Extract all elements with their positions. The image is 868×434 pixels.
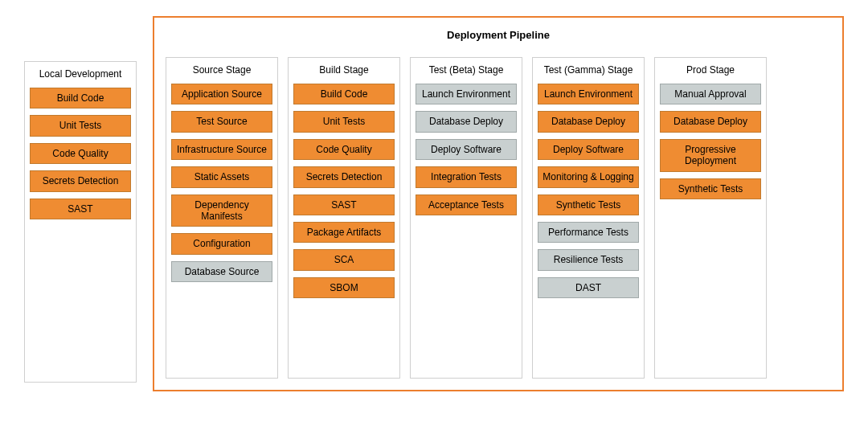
step: Monitoring & Logging [538, 166, 639, 187]
step: Progressive Deployment [660, 139, 761, 172]
step: Code Quality [30, 143, 131, 164]
step: Launch Environment [416, 84, 517, 104]
step: Static Assets [171, 166, 272, 187]
step: DAST [538, 277, 639, 298]
step: SBOM [293, 277, 395, 298]
stage-title: Test (Gamma) Stage [538, 64, 639, 76]
step: Database Deploy [538, 111, 639, 132]
stage-steps: Build CodeUnit TestsCode QualitySecrets … [30, 88, 131, 219]
step: Deploy Software [416, 139, 517, 160]
step: SAST [293, 194, 395, 215]
step: Synthetic Tests [660, 178, 761, 199]
step: Unit Tests [30, 115, 131, 136]
stage: Prod StageManual ApprovalDatabase Deploy… [654, 57, 767, 379]
step: Build Code [293, 84, 395, 104]
stage: Test (Gamma) StageLaunch EnvironmentData… [532, 57, 645, 379]
step: Infrastructure Source [171, 139, 272, 160]
pipeline-columns: Source StageApplication SourceTest Sourc… [166, 57, 831, 379]
stage-local-development: Local Development Build CodeUnit TestsCo… [24, 61, 137, 383]
step: Test Source [171, 111, 272, 132]
step: Manual Approval [660, 84, 761, 104]
diagram-root: Local Development Build CodeUnit TestsCo… [24, 16, 844, 391]
step: Build Code [30, 88, 131, 108]
step: SAST [30, 199, 131, 219]
step: SCA [293, 249, 395, 270]
step: Dependency Manifests [171, 194, 272, 227]
stage-title: Source Stage [171, 64, 272, 76]
deployment-pipeline-frame: Deployment Pipeline Source StageApplicat… [153, 16, 844, 391]
step: Performance Tests [538, 222, 639, 243]
step: Code Quality [293, 139, 395, 160]
stage-title: Local Development [30, 68, 131, 80]
step: Unit Tests [293, 111, 395, 132]
step: Integration Tests [416, 166, 517, 187]
step: Database Deploy [416, 111, 517, 132]
step: Database Source [171, 261, 272, 282]
step: Acceptance Tests [416, 194, 517, 215]
stage: Source StageApplication SourceTest Sourc… [166, 57, 278, 379]
step: Synthetic Tests [538, 194, 639, 215]
stage-title: Test (Beta) Stage [416, 64, 517, 76]
step: Resilience Tests [538, 249, 639, 270]
step: Configuration [171, 233, 272, 254]
step: Secrets Detection [293, 166, 395, 187]
step: Deploy Software [538, 139, 639, 160]
stage-title: Prod Stage [660, 64, 761, 76]
step: Secrets Detection [30, 170, 131, 191]
step: Package Artifacts [293, 222, 395, 243]
step: Launch Environment [538, 84, 639, 104]
stage-title: Build Stage [293, 64, 395, 76]
local-development-column: Local Development Build CodeUnit TestsCo… [24, 61, 137, 383]
stage: Build StageBuild CodeUnit TestsCode Qual… [288, 57, 400, 379]
step: Database Deploy [660, 111, 761, 132]
stage: Test (Beta) StageLaunch EnvironmentDatab… [410, 57, 522, 379]
pipeline-title: Deployment Pipeline [166, 29, 831, 41]
step: Application Source [171, 84, 272, 104]
